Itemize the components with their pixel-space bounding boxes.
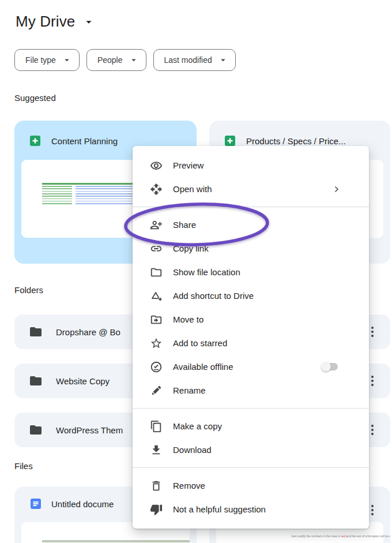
docs-icon	[30, 498, 42, 510]
menu-separator	[133, 207, 369, 207]
file-name: Untitled docume	[51, 499, 114, 509]
more-options-icon[interactable]	[368, 424, 376, 436]
add-to-drive-icon	[150, 290, 163, 302]
more-options-icon[interactable]	[368, 325, 376, 338]
menu-item-download[interactable]: Download	[133, 438, 369, 462]
menu-item-share[interactable]: Share	[133, 213, 369, 237]
filter-chip-people[interactable]: People	[86, 49, 146, 71]
menu-item-move-to[interactable]: Move to	[133, 308, 369, 331]
available-offline-toggle[interactable]	[322, 363, 338, 370]
menu-separator	[133, 408, 369, 409]
folder-icon	[29, 374, 43, 388]
files-heading: Files	[14, 461, 33, 471]
menu-item-not-a-helpful-suggestion[interactable]: Not a helpful suggestion	[133, 497, 369, 521]
sheets-icon	[224, 135, 236, 147]
sheets-icon	[29, 135, 41, 147]
menu-item-copy-link[interactable]: Copy link	[133, 237, 369, 260]
filter-chip-last-modified[interactable]: Last modified	[153, 49, 236, 71]
more-options-icon[interactable]	[368, 504, 376, 516]
folder-name: Website Copy	[56, 376, 110, 386]
chevron-down-icon	[62, 55, 72, 65]
chevron-right-icon	[331, 184, 341, 194]
menu-item-open-with[interactable]: Open with	[133, 177, 369, 201]
menu-item-add-to-starred[interactable]: Add to starred	[133, 331, 369, 355]
chevron-down-icon	[82, 16, 95, 28]
folder-icon	[29, 325, 43, 339]
copy-icon	[150, 420, 163, 433]
star-icon	[150, 337, 163, 350]
folder-name: Dropshare @ Bo	[56, 327, 120, 337]
filter-chip-file-type[interactable]: File type	[14, 49, 80, 71]
thumb-down-icon	[150, 503, 163, 516]
menu-item-remove[interactable]: Remove	[133, 474, 369, 497]
menu-item-available-offline[interactable]: Available offline	[133, 355, 369, 379]
menu-item-add-shortcut-to-drive[interactable]: Add shortcut to Drive	[133, 284, 369, 308]
chevron-down-icon	[129, 55, 139, 65]
page-title: My Drive	[16, 13, 75, 31]
download-icon	[150, 444, 163, 456]
suggested-heading: Suggested	[14, 93, 56, 103]
card-title: Content Planning	[51, 136, 118, 146]
menu-item-make-a-copy[interactable]: Make a copy	[133, 414, 369, 438]
more-options-icon[interactable]	[368, 375, 376, 387]
menu-item-show-file-location[interactable]: Show file location	[133, 260, 369, 284]
offline-pin-icon	[150, 361, 163, 373]
person-add-icon	[150, 219, 163, 231]
folder-move-icon	[150, 313, 163, 326]
filter-chip-bar: File type People Last modified	[14, 49, 236, 71]
folders-heading: Folders	[14, 285, 43, 295]
pencil-icon	[150, 384, 163, 397]
open-with-icon	[150, 183, 163, 196]
menu-separator	[133, 467, 369, 468]
link-icon	[150, 242, 163, 255]
folder-icon	[29, 423, 43, 437]
my-drive-dropdown[interactable]: My Drive	[16, 13, 95, 31]
trash-icon	[150, 480, 163, 492]
chevron-down-icon	[218, 55, 228, 65]
context-menu: Preview Open with Share Copy link Show f…	[133, 146, 369, 529]
folder-name: WordPress Them	[56, 425, 123, 435]
folder-icon	[150, 266, 163, 279]
menu-item-preview[interactable]: Preview	[133, 153, 369, 177]
menu-item-rename[interactable]: Rename	[133, 379, 369, 402]
card-title: Products / Specs / Price...	[246, 136, 346, 146]
document-preview	[42, 540, 190, 542]
eye-icon	[150, 159, 163, 172]
